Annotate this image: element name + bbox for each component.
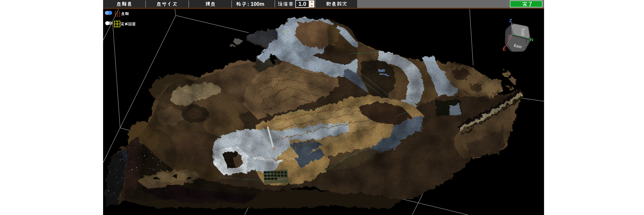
svg-text:N: N [530,37,533,42]
svg-text:E: E [503,46,506,52]
svg-text:: 100m: : 100m [247,1,264,7]
svg-text:Top: Top [520,28,526,36]
svg-text:Z: Z [509,18,512,23]
svg-text:1.0: 1.0 [298,1,306,7]
